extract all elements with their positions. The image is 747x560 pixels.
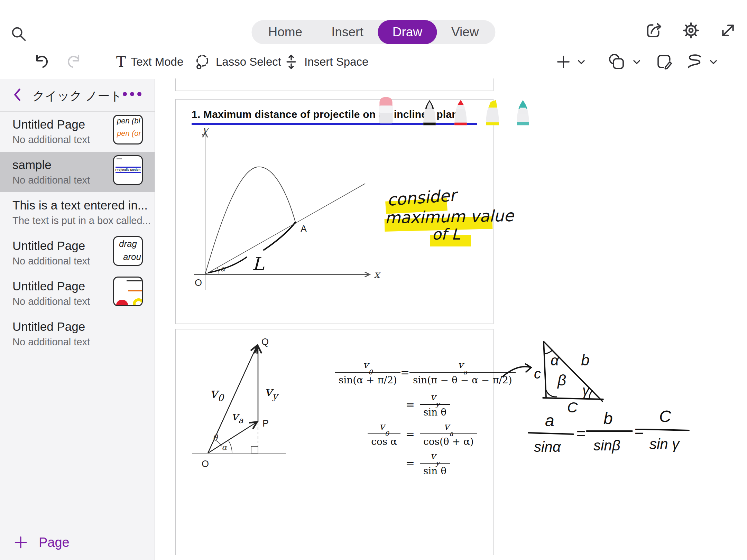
- sidebar-header: クイック ノート: [0, 79, 155, 112]
- pen-teal-icon: [512, 99, 534, 126]
- page-list-item[interactable]: Untitled Page No additional text drag ar…: [0, 233, 155, 273]
- vy-label: vy: [265, 383, 279, 401]
- page-sidebar: クイック ノート Untitled Page No additional tex…: [0, 79, 155, 560]
- alpha-arc: [229, 441, 232, 453]
- tab-insert[interactable]: Insert: [317, 20, 378, 44]
- lasso-icon: [193, 53, 211, 71]
- page-title: Untitled Page: [12, 239, 85, 253]
- handwritten-stroke: [264, 222, 295, 250]
- tab-draw[interactable]: Draw: [378, 20, 437, 44]
- equation-row: v0 cos α = va cos(θ + α): [341, 421, 490, 447]
- angle-beta-label: β: [557, 372, 566, 389]
- projectile-graph: y x O A α L: [187, 128, 384, 301]
- tab-home[interactable]: Home: [253, 20, 317, 44]
- note-canvas[interactable]: 1. Maximum distance of projectile on an …: [155, 79, 747, 560]
- thumb-date-mark: [117, 158, 122, 159]
- page-list-item[interactable]: Untitled Page No additional text: [0, 314, 155, 354]
- settings-button[interactable]: [681, 21, 701, 41]
- page-list-item[interactable]: This is a text entered in... The text is…: [0, 192, 155, 233]
- rule-numerator-a: a: [545, 411, 554, 430]
- handwritten-stroke: [209, 257, 247, 273]
- redo-icon: [65, 53, 83, 71]
- va-label: va: [231, 409, 243, 425]
- page-subtitle: The text is put in a box called...: [12, 215, 151, 226]
- equation-block: v0 sin(α + π/2) = va sin(π − θ − α − π/2…: [341, 359, 490, 482]
- tab-view[interactable]: View: [437, 20, 494, 44]
- trajectory-curve: [205, 167, 296, 274]
- more-button[interactable]: [123, 92, 141, 96]
- text-mode-icon: T: [116, 55, 126, 69]
- undo-icon: [33, 53, 50, 71]
- page-list-item[interactable]: Untitled Page No additional text: [0, 273, 155, 314]
- plus-icon: [555, 54, 571, 70]
- page-list-item-selected[interactable]: sample No additional text Projectile Mot…: [0, 152, 155, 192]
- pen-black-tool[interactable]: [418, 99, 441, 127]
- shapes-icon: [607, 52, 627, 72]
- page-title: Untitled Page: [12, 320, 85, 334]
- lasso-select-button[interactable]: Lasso Select: [191, 45, 283, 79]
- text-mode-label: Text Mode: [131, 55, 183, 68]
- pen-red-icon: [450, 99, 472, 126]
- equals-sign: =: [634, 422, 644, 440]
- rule-denominator-sing: sin γ: [649, 436, 680, 452]
- undo-button[interactable]: [30, 45, 53, 79]
- highlighter-yellow-tool[interactable]: [481, 99, 504, 127]
- point-a-label: A: [301, 224, 307, 234]
- more-icon: [123, 92, 127, 96]
- ink-to-text-button[interactable]: [653, 45, 676, 79]
- page-title: Untitled Page: [12, 118, 85, 131]
- thumb-title-text: Projectile Motion: [115, 168, 140, 171]
- eraser-icon: [375, 94, 397, 126]
- add-page-button[interactable]: Page: [11, 534, 72, 550]
- rule-denominator-sina: sinα: [534, 439, 561, 455]
- text-mode-button[interactable]: T Text Mode: [114, 45, 185, 79]
- page-subtitle: No additional text: [12, 336, 90, 348]
- fullscreen-button[interactable]: [719, 21, 737, 41]
- page-thumbnail: Projectile Motion: [113, 155, 143, 185]
- share-button[interactable]: [645, 21, 663, 41]
- q-label: Q: [261, 337, 269, 347]
- ink-note-icon: [655, 53, 674, 71]
- x-axis-label: x: [374, 268, 381, 280]
- page-title: This is a text entered in...: [12, 198, 148, 212]
- content-box-partial: [175, 78, 494, 91]
- page-list-item[interactable]: Untitled Page No additional text pen (bl…: [0, 111, 155, 152]
- content-box-vectors[interactable]: Q P O θ α v0 vy va v0 sin(α + π/2) =: [175, 329, 494, 555]
- velocity-diagram: Q P O θ α v0 vy va: [187, 334, 305, 476]
- ribbon-tabs: Home Insert Draw View: [251, 20, 495, 44]
- angle-alpha-label: α: [551, 352, 559, 368]
- eraser-tool[interactable]: [375, 94, 397, 127]
- equation-row: v0 sin(α + π/2) = va sin(π − θ − α − π/2…: [341, 359, 490, 386]
- page-list: Untitled Page No additional text pen (bl…: [0, 111, 155, 354]
- draw-toolbar: T Text Mode Lasso Select Insert Space: [0, 45, 747, 79]
- plus-icon: [13, 535, 28, 550]
- page-thumbnail: [113, 277, 143, 306]
- rule-numerator-b: b: [603, 409, 613, 428]
- search-icon: [10, 25, 28, 43]
- pen-black-icon: [418, 99, 441, 126]
- origin-label: O: [195, 278, 202, 288]
- top-bar: Home Insert Draw View: [0, 0, 747, 45]
- y-axis-label: y: [202, 128, 210, 136]
- expand-icon: [719, 21, 737, 40]
- window-actions: [645, 21, 737, 41]
- ink-replay-button[interactable]: [682, 45, 721, 79]
- length-l-label: L: [252, 253, 265, 274]
- pen-red-tool[interactable]: [450, 99, 472, 127]
- add-pen-button[interactable]: [553, 45, 589, 79]
- shapes-button[interactable]: [605, 45, 644, 79]
- page-subtitle: No additional text: [12, 175, 90, 186]
- insert-space-icon: [283, 53, 299, 71]
- redo-button[interactable]: [63, 45, 85, 79]
- highlighter-icon: [481, 99, 504, 126]
- page-title: Untitled Page: [12, 279, 85, 293]
- side-b-label: b: [581, 352, 589, 368]
- sidebar-footer: Page: [0, 528, 155, 560]
- search-button[interactable]: [10, 25, 28, 44]
- insert-space-button[interactable]: Insert Space: [281, 45, 370, 79]
- page-subtitle: No additional text: [12, 255, 90, 267]
- right-angle-mark: [251, 446, 258, 453]
- page-subtitle: No additional text: [12, 134, 90, 146]
- pen-teal-tool[interactable]: [512, 99, 534, 127]
- share-icon: [645, 21, 663, 40]
